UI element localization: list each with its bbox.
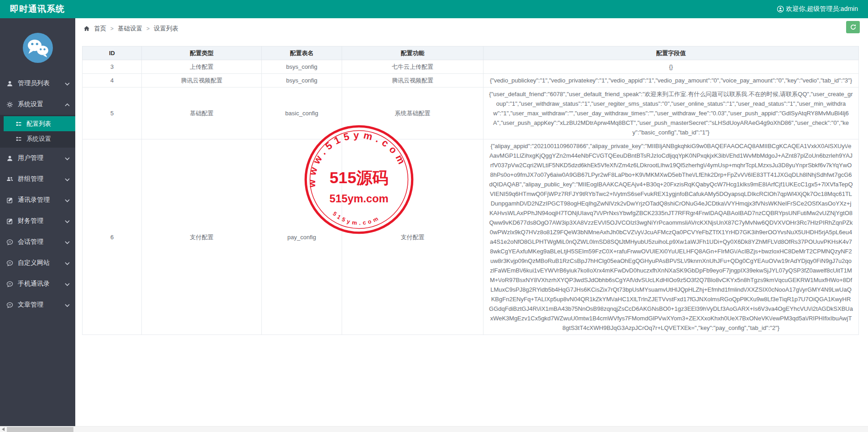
- cell-table-name: bsys_config: [262, 60, 342, 74]
- refresh-icon: [850, 24, 857, 31]
- col-header-table-name: 配置表名: [262, 46, 342, 60]
- sidebar-item-system-settings[interactable]: 系统设置: [0, 94, 75, 115]
- cell-value: {"user_default_friend":"6078","user_defa…: [483, 87, 859, 139]
- sidebar-item-label: 群组管理: [18, 175, 43, 183]
- cell-function: 七牛云上传配置: [342, 60, 483, 74]
- cell-table-name: basic_config: [262, 87, 342, 139]
- cell-function: 腾讯云视频配置: [342, 74, 483, 87]
- table-header-row: ID 配置类型 配置表名 配置功能 配置字段值: [83, 46, 859, 60]
- chat-icon: [6, 238, 14, 246]
- cell-type: 基础配置: [142, 87, 262, 139]
- chevron-down-icon: [65, 217, 70, 225]
- cell-table-name: pay_config: [262, 139, 342, 335]
- user-circle-icon: [777, 5, 784, 13]
- sidebar-item-label: 自定义网站: [18, 259, 50, 267]
- home-icon: [83, 26, 90, 32]
- cell-type: 支付配置: [142, 139, 262, 335]
- sidebar-item-label: 系统设置: [18, 100, 43, 108]
- sidebar-item-group-management[interactable]: 群组管理: [0, 169, 75, 190]
- chevron-down-icon: [65, 154, 70, 162]
- sidebar-item-user-management[interactable]: 用户管理: [0, 148, 75, 169]
- logo-area: [0, 18, 75, 73]
- chevron-down-icon: [65, 301, 70, 309]
- breadcrumb-separator: >: [146, 26, 150, 32]
- sidebar-item-phone-contacts[interactable]: 手机通讯录: [0, 273, 75, 294]
- sidebar-menu: 管理员列表 系统设置: [0, 73, 75, 315]
- chevron-down-icon: [65, 238, 70, 246]
- cell-table-name: bsys_config: [262, 74, 342, 87]
- chat-icon: [6, 280, 14, 288]
- cell-function: 系统基础配置: [342, 87, 483, 139]
- breadcrumb-section[interactable]: 基础设置: [118, 25, 142, 33]
- chevron-down-icon: [65, 280, 70, 288]
- chevron-down-icon: [65, 175, 70, 183]
- table-row: 5 基础配置 basic_config 系统基础配置 {"user_defaul…: [83, 87, 859, 139]
- sidebar-item-finance-management[interactable]: 财务管理: [0, 211, 75, 231]
- chevron-down-icon: [65, 196, 70, 204]
- sidebar-item-custom-website[interactable]: 自定义网站: [0, 252, 75, 273]
- wechat-logo-icon: [23, 33, 53, 63]
- cell-value: {"alipay_appid":"2021001109607866","alip…: [483, 139, 859, 335]
- app-title: 即时通讯系统: [10, 3, 65, 15]
- sidebar: 管理员列表 系统设置: [0, 18, 75, 426]
- list-icon: [16, 136, 22, 142]
- chevron-down-icon: [65, 259, 70, 267]
- sidebar-item-label: 会话管理: [18, 238, 43, 246]
- edit-icon: [6, 217, 14, 225]
- col-header-id: ID: [83, 46, 142, 60]
- gear-icon: [6, 101, 14, 108]
- cell-value: {}: [483, 60, 859, 74]
- sidebar-item-admin-list[interactable]: 管理员列表: [0, 73, 75, 94]
- sidebar-item-session-management[interactable]: 会话管理: [0, 231, 75, 252]
- sidebar-item-label: 文章管理: [18, 301, 43, 309]
- table-row: 3 上传配置 bsys_config 七牛云上传配置 {}: [83, 60, 859, 74]
- chat-icon: [6, 259, 14, 267]
- table-row: 6 支付配置 pay_config 支付配置 {"alipay_appid":"…: [83, 139, 859, 335]
- col-header-value: 配置字段值: [483, 46, 859, 60]
- sidebar-subitem-label: 系统设置: [26, 135, 51, 143]
- sidebar-item-label: 手机通讯录: [18, 280, 50, 288]
- sidebar-item-label: 通讯录管理: [18, 196, 50, 204]
- main-content: 首页 > 基础设置 > 设置列表 ID 配置类型 配置表名 配置功能: [75, 18, 868, 426]
- sidebar-item-label: 财务管理: [18, 217, 43, 225]
- sidebar-subitem-config-list[interactable]: 配置列表: [4, 116, 75, 131]
- scrollbar-left-arrow[interactable]: [0, 427, 6, 432]
- cell-id: 4: [83, 74, 142, 87]
- arrow-left-icon: [2, 427, 5, 431]
- horizontal-scrollbar[interactable]: [0, 426, 868, 432]
- sidebar-item-article-management[interactable]: 文章管理: [0, 294, 75, 315]
- edit-icon: [6, 196, 14, 204]
- chat-icon: [6, 301, 14, 309]
- sidebar-item-label: 管理员列表: [18, 79, 50, 87]
- sidebar-item-contacts-management[interactable]: 通讯录管理: [0, 190, 75, 211]
- col-header-function: 配置功能: [342, 46, 483, 60]
- top-header: 即时通讯系统 欢迎你,超级管理员:admin: [0, 0, 868, 18]
- cell-id: 3: [83, 60, 142, 74]
- sidebar-subitem-system-settings[interactable]: 系统设置: [0, 131, 75, 146]
- refresh-button[interactable]: [846, 21, 860, 33]
- config-table-wrap: ID 配置类型 配置表名 配置功能 配置字段值 3 上传配置 bsys_conf…: [82, 46, 859, 335]
- chevron-up-icon: [65, 101, 70, 108]
- welcome-text: 欢迎你,超级管理员:admin: [786, 5, 858, 13]
- cell-value: {"vedio_publickey":"1","vedio_privatekey…: [483, 74, 859, 87]
- config-table: ID 配置类型 配置表名 配置功能 配置字段值 3 上传配置 bsys_conf…: [82, 46, 859, 335]
- cell-type: 上传配置: [142, 60, 262, 74]
- user-icon: [6, 80, 14, 87]
- list-icon: [16, 121, 22, 127]
- sidebar-item-label: 用户管理: [18, 154, 43, 162]
- breadcrumb: 首页 > 基础设置 > 设置列表: [83, 22, 178, 36]
- cell-id: 5: [83, 87, 142, 139]
- breadcrumb-separator: >: [110, 26, 114, 32]
- cell-function: 支付配置: [342, 139, 483, 335]
- col-header-type: 配置类型: [142, 46, 262, 60]
- users-icon: [6, 175, 14, 183]
- sidebar-subitem-label: 配置列表: [26, 120, 51, 128]
- header-user-area[interactable]: 欢迎你,超级管理员:admin: [777, 5, 858, 13]
- table-row: 4 腾讯云视频配置 bsys_config 腾讯云视频配置 {"vedio_pu…: [83, 74, 859, 87]
- breadcrumb-current: 设置列表: [154, 25, 178, 33]
- scrollbar-thumb[interactable]: [7, 427, 73, 432]
- user-icon: [6, 154, 14, 162]
- breadcrumb-home[interactable]: 首页: [94, 25, 106, 33]
- cell-type: 腾讯云视频配置: [142, 74, 262, 87]
- chevron-down-icon: [65, 80, 70, 87]
